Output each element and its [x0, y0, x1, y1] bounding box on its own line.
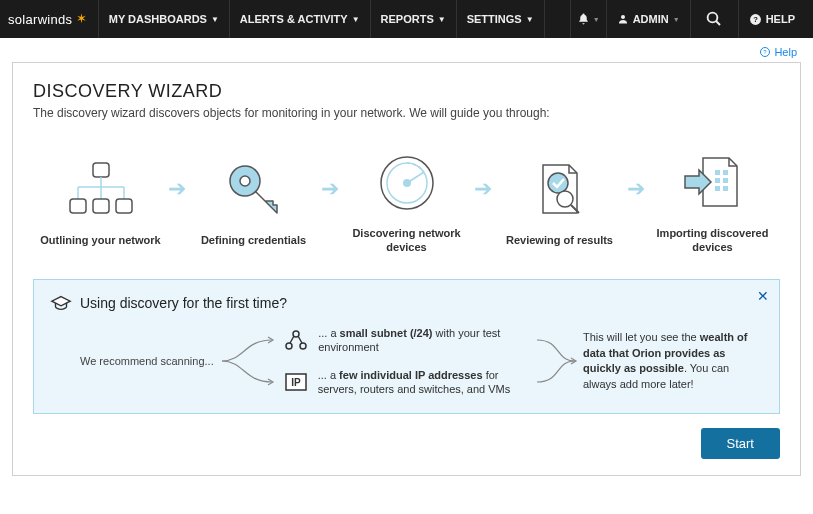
arrow-icon: ➔ — [164, 176, 190, 202]
svg-line-2 — [716, 21, 720, 25]
first-time-tip: ✕ Using discovery for the first time? We… — [33, 279, 780, 414]
nav-help[interactable]: ? HELP — [738, 0, 805, 38]
step-credentials: Defining credentials — [190, 155, 317, 247]
close-tip-button[interactable]: ✕ — [757, 288, 769, 304]
nav-dashboards[interactable]: MY DASHBOARDS▼ — [99, 0, 229, 38]
svg-line-35 — [298, 336, 302, 343]
subnet-icon — [284, 328, 308, 352]
svg-text:?: ? — [753, 15, 758, 24]
tip-option-ip: IP ... a few individual IP addresses for… — [284, 368, 533, 397]
brand-logo[interactable]: solarwinds ✶ — [8, 12, 88, 27]
svg-rect-27 — [715, 178, 720, 183]
admin-menu[interactable]: ADMIN ▼ — [606, 0, 690, 38]
top-nav: solarwinds ✶ MY DASHBOARDS▼ ALERTS & ACT… — [0, 0, 813, 38]
network-topology-icon — [66, 155, 136, 225]
arrow-icon: ➔ — [470, 176, 496, 202]
chevron-down-icon: ▼ — [526, 15, 534, 24]
branch-merge-icon — [533, 326, 583, 396]
help-link[interactable]: ? Help — [759, 46, 797, 58]
branch-split-icon — [214, 326, 284, 396]
graduation-cap-icon — [50, 294, 72, 312]
svg-line-34 — [290, 336, 294, 343]
chevron-down-icon: ▼ — [593, 16, 600, 23]
page-title: DISCOVERY WIZARD — [33, 81, 780, 102]
svg-rect-15 — [116, 199, 132, 213]
step-outlining: Outlining your network — [37, 155, 164, 247]
brand-icon: ✶ — [76, 11, 87, 26]
tip-title: Using discovery for the first time? — [50, 294, 763, 312]
steps-row: Outlining your network ➔ Defining creden… — [33, 148, 780, 255]
radar-icon — [376, 148, 438, 218]
svg-point-32 — [286, 343, 292, 349]
actions-row: Start — [33, 428, 780, 459]
nav-alerts[interactable]: ALERTS & ACTIVITY▼ — [230, 0, 370, 38]
discovery-wizard-card: DISCOVERY WIZARD The discovery wizard di… — [12, 62, 801, 476]
review-document-icon — [529, 155, 591, 225]
user-icon — [617, 13, 629, 25]
help-icon: ? — [749, 13, 762, 26]
svg-rect-14 — [93, 199, 109, 213]
page-subtitle: The discovery wizard discovers objects f… — [33, 106, 780, 120]
bell-icon — [577, 12, 590, 26]
svg-point-33 — [300, 343, 306, 349]
help-bar: ? Help — [0, 38, 813, 62]
arrow-icon: ➔ — [317, 176, 343, 202]
nav-settings[interactable]: SETTINGS▼ — [457, 0, 544, 38]
nav-reports[interactable]: REPORTS▼ — [371, 0, 456, 38]
search-icon — [705, 10, 723, 28]
svg-rect-28 — [723, 178, 728, 183]
svg-line-21 — [407, 172, 424, 183]
step-reviewing: Reviewing of results — [496, 155, 623, 247]
svg-rect-25 — [715, 170, 720, 175]
chevron-down-icon: ▼ — [211, 15, 219, 24]
tip-recommend-text: We recommend scanning... — [50, 355, 214, 367]
arrow-icon: ➔ — [623, 176, 649, 202]
brand-text: solarwinds — [8, 12, 72, 27]
chevron-down-icon: ▼ — [673, 16, 680, 23]
svg-point-17 — [240, 176, 250, 186]
svg-text:?: ? — [764, 49, 768, 55]
svg-point-1 — [708, 13, 718, 23]
notifications-button[interactable]: ▼ — [570, 0, 606, 38]
svg-point-23 — [557, 191, 573, 207]
tip-option-subnet: ... a small subnet (/24) with your test … — [284, 326, 533, 355]
svg-rect-13 — [70, 199, 86, 213]
svg-rect-7 — [93, 163, 109, 177]
tip-result-text: This will let you see the wealth of data… — [583, 330, 763, 392]
key-icon — [223, 155, 285, 225]
svg-rect-29 — [715, 186, 720, 191]
ip-icon: IP — [284, 370, 308, 394]
svg-rect-26 — [723, 170, 728, 175]
search-button[interactable] — [690, 0, 738, 38]
step-discovering: Discovering network devices — [343, 148, 470, 255]
svg-rect-30 — [723, 186, 728, 191]
import-document-icon — [681, 148, 745, 218]
chevron-down-icon: ▼ — [352, 15, 360, 24]
start-button[interactable]: Start — [701, 428, 780, 459]
help-circle-icon: ? — [759, 46, 771, 58]
chevron-down-icon: ▼ — [438, 15, 446, 24]
svg-point-22 — [548, 173, 568, 193]
step-importing: Importing discovered devices — [649, 148, 776, 255]
svg-text:IP: IP — [291, 377, 301, 388]
svg-point-0 — [621, 15, 625, 19]
